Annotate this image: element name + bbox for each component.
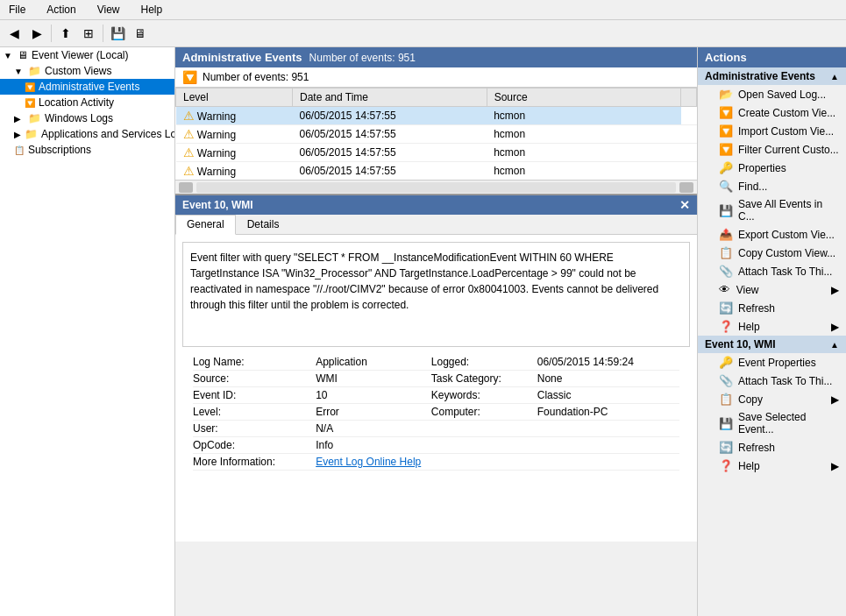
action-label: Open Saved Log... (738, 89, 826, 101)
cell-source: hcmon (487, 162, 681, 181)
action-item-save-all-events-in-c...[interactable]: 💾Save All Events in C... (698, 195, 846, 225)
windows-logs-label: Windows Logs (45, 112, 113, 124)
tree-root[interactable]: ▼ 🖥 Event Viewer (Local) (0, 47, 174, 63)
col-level[interactable]: Level (176, 89, 293, 107)
event-count: Number of events: 951 (309, 52, 416, 64)
toolbar-up[interactable]: ⬆ (55, 23, 76, 44)
cell-source: hcmon (487, 125, 681, 144)
detail-meta: Log Name: Application Logged: 06/05/2015… (182, 347, 690, 478)
toolbar-save[interactable]: 💾 (107, 23, 128, 44)
collapse-section-1[interactable]: ▲ (830, 72, 839, 81)
toolbar-back[interactable]: ◀ (4, 23, 25, 44)
action-label: Export Custom Vie... (738, 229, 835, 241)
table-row[interactable]: ⚠ Warning 06/05/2015 14:57:55 hcmon (176, 125, 697, 144)
action-item-filter-current-custo...[interactable]: 🔽Filter Current Custo... (698, 140, 846, 159)
filter-label: Number of events: 951 (203, 71, 309, 83)
opcode-label: OpCode: (193, 437, 316, 454)
action-label: Save All Events in C... (738, 198, 839, 223)
subscriptions-label: Subscriptions (28, 144, 91, 156)
actions-section-1-header[interactable]: Administrative Events ▲ (698, 67, 846, 85)
source-label: Source: (193, 371, 316, 387)
action-label: Refresh (738, 302, 775, 315)
actions-section-2-header[interactable]: Event 10, WMI ▲ (698, 336, 846, 353)
filter-icon-bar: 🔽 (182, 70, 197, 84)
action-item-open-saved-log...[interactable]: 📂Open Saved Log... (698, 85, 846, 103)
action-item-attach-task-to-thi...[interactable]: 📎Attach Task To Thi... (698, 372, 846, 390)
cell-level: ⚠ Warning (176, 107, 293, 125)
action-icon: 💾 (719, 204, 733, 217)
table-row[interactable]: ⚠ Warning 06/05/2015 14:57:55 hcmon (176, 107, 697, 125)
menu-action[interactable]: Action (41, 2, 81, 18)
right-panel: Actions Administrative Events ▲ 📂Open Sa… (697, 47, 846, 616)
toolbar-forward[interactable]: ▶ (26, 23, 47, 44)
action-label: Create Custom Vie... (738, 107, 835, 119)
app-services-label: Applications and Services Lo... (41, 128, 175, 140)
action-label: Event Properties (738, 357, 816, 369)
detail-description: Event filter with query "SELECT * FROM _… (182, 242, 690, 347)
more-info-label: More Information: (193, 454, 316, 471)
log-name-label: Log Name: (193, 354, 316, 371)
menu-file[interactable]: File (4, 2, 31, 18)
filter-bar: 🔽 Number of events: 951 (175, 67, 697, 88)
action-item-copy[interactable]: 📋Copy▶ (698, 390, 846, 408)
center-panel: Administrative Events Number of events: … (175, 47, 697, 616)
action-item-find...[interactable]: 🔍Find... (698, 177, 846, 195)
action-icon: ❓ (719, 459, 733, 472)
action-item-import-custom-vie...[interactable]: 🔽Import Custom Vie... (698, 122, 846, 140)
admin-events-label: Administrative Events (39, 81, 139, 93)
table-row[interactable]: ⚠ Warning 06/05/2015 14:57:55 hcmon (176, 144, 697, 162)
folder-icon: 📁 (28, 65, 41, 77)
action-icon: 🔍 (719, 180, 733, 193)
events-table: Level Date and Time Source ⚠ Warning 06/… (175, 88, 697, 180)
cell-datetime: 06/05/2015 14:57:55 (292, 162, 487, 181)
table-row[interactable]: ⚠ Warning 06/05/2015 14:57:55 hcmon (176, 162, 697, 181)
action-item-refresh[interactable]: 🔄Refresh (698, 299, 846, 317)
tab-general[interactable]: General (175, 215, 236, 235)
events-table-wrapper[interactable]: Level Date and Time Source ⚠ Warning 06/… (175, 88, 697, 180)
custom-views-label: Custom Views (45, 65, 111, 77)
cell-datetime: 06/05/2015 14:57:55 (292, 107, 487, 125)
action-item-refresh[interactable]: 🔄Refresh (698, 438, 846, 457)
action-icon: 🔽 (719, 143, 733, 156)
action-item-view[interactable]: 👁View▶ (698, 280, 846, 299)
logged-value: 06/05/2015 14:59:24 (537, 354, 679, 371)
logged-label: Logged: (431, 354, 537, 371)
menu-view[interactable]: View (92, 2, 125, 18)
col-source[interactable]: Source (487, 89, 681, 107)
toolbar-show-hide[interactable]: ⊞ (78, 23, 99, 44)
tree-custom-views[interactable]: ▼ 📁 Custom Views (0, 63, 174, 79)
filter-icon-la: 🔽 (25, 98, 35, 108)
more-info-link[interactable]: Event Log Online Help (316, 456, 421, 468)
cell-datetime: 06/05/2015 14:57:55 (292, 125, 487, 144)
tree-app-services[interactable]: ▶ 📁 Applications and Services Lo... (0, 126, 174, 142)
action-item-help[interactable]: ❓Help▶ (698, 317, 846, 336)
action-icon: 📎 (719, 374, 733, 387)
action-item-properties[interactable]: 🔑Properties (698, 159, 846, 177)
action-item-event-properties[interactable]: 🔑Event Properties (698, 353, 846, 372)
expand-icon: ▼ (4, 51, 14, 60)
col-datetime[interactable]: Date and Time (292, 89, 487, 107)
action-label: Refresh (738, 442, 775, 454)
menu-help[interactable]: Help (136, 2, 168, 18)
location-activity-label: Location Activity (39, 96, 114, 109)
action-item-create-custom-vie...[interactable]: 🔽Create Custom Vie... (698, 103, 846, 122)
tree-location-activity[interactable]: 🔽 Location Activity (0, 95, 174, 110)
tree-admin-events[interactable]: 🔽 Administrative Events (0, 79, 174, 95)
action-item-help[interactable]: ❓Help▶ (698, 457, 846, 475)
action-icon: 🔄 (719, 301, 733, 315)
detail-header: Event 10, WMI ✕ (175, 195, 697, 215)
action-icon: 💾 (719, 417, 733, 430)
action-item-attach-task-to-thi...[interactable]: 📎Attach Task To Thi... (698, 262, 846, 280)
h-scrollbar[interactable] (175, 180, 697, 194)
action-item-export-custom-vie...[interactable]: 📤Export Custom Vie... (698, 225, 846, 244)
tree-windows-logs[interactable]: ▶ 📁 Windows Logs (0, 110, 174, 126)
tab-details[interactable]: Details (236, 215, 291, 234)
collapse-section-2[interactable]: ▲ (830, 340, 839, 350)
opcode-value: Info (316, 437, 396, 454)
action-label: Help (738, 460, 760, 472)
tree-subscriptions[interactable]: 📋 Subscriptions (0, 142, 174, 158)
toolbar-properties[interactable]: 🖥 (130, 23, 151, 44)
action-item-save-selected-event...[interactable]: 💾Save Selected Event... (698, 408, 846, 438)
action-item-copy-custom-view...[interactable]: 📋Copy Custom View... (698, 244, 846, 262)
detail-close-button[interactable]: ✕ (679, 198, 690, 212)
